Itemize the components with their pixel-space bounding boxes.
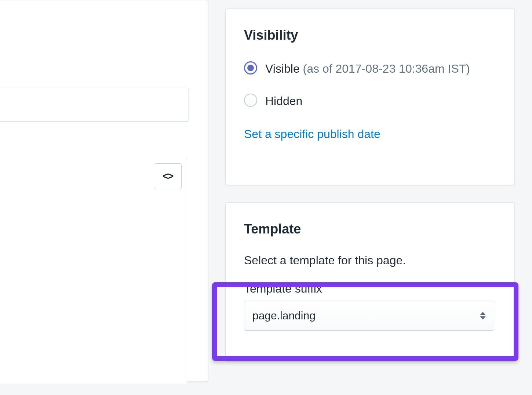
code-icon: <> [163,170,173,182]
editor-toolbar: <> [0,158,187,222]
template-title: Template [244,221,496,237]
code-view-button[interactable]: <> [154,163,182,189]
visibility-option-hidden[interactable]: Hidden [244,92,496,110]
visibility-visible-label: Visible (as of 2017-08-23 10:36am IST) [265,60,470,77]
visibility-card: Visibility Visible (as of 2017-08-23 10:… [225,9,515,185]
template-suffix-value: page.landing [252,309,316,322]
template-suffix-select[interactable]: page.landing [244,301,494,331]
title-input[interactable] [0,88,189,122]
editor-body[interactable] [0,222,187,384]
template-description: Select a template for this page. [244,254,496,267]
template-card: Template Select a template for this page… [225,203,515,361]
visibility-visible-note: (as of 2017-08-23 10:36am IST) [303,62,470,75]
set-publish-date-link[interactable]: Set a specific publish date [244,127,380,141]
template-suffix-label: Template suffix [244,282,496,296]
select-caret-icon [480,312,486,320]
radio-unchecked-icon [244,94,257,107]
visibility-title: Visibility [244,28,496,43]
radio-checked-icon [244,61,257,75]
visibility-option-visible[interactable]: Visible (as of 2017-08-23 10:36am IST) [244,60,496,77]
visibility-hidden-label: Hidden [265,92,302,110]
